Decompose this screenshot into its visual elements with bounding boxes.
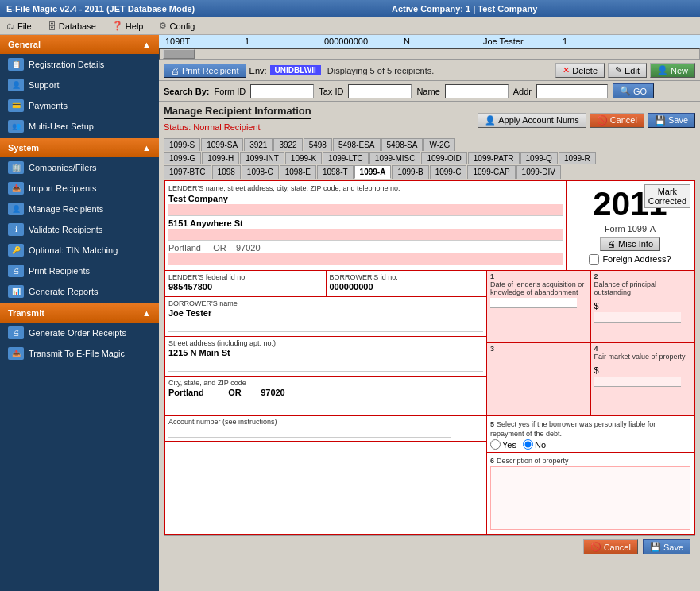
reg-icon: 📋	[8, 58, 24, 71]
tab-3921[interactable]: 3921	[244, 138, 273, 151]
lender-name-input[interactable]	[168, 204, 563, 216]
tab-1098-t[interactable]: 1098-T	[317, 165, 354, 179]
delete-button[interactable]: ✕ Delete	[555, 63, 605, 78]
sidebar-item-reports[interactable]: 📊 Generate Reports	[0, 281, 159, 302]
street-address-input[interactable]	[168, 360, 483, 372]
sidebar-item-import[interactable]: 📥 Import Recipients	[0, 178, 159, 199]
sidebar-item-tin[interactable]: 🔑 Optional: TIN Matching	[0, 240, 159, 261]
sidebar-header-system[interactable]: System ▲	[0, 138, 159, 157]
tab-1099-ltc[interactable]: 1099-LTC	[323, 152, 369, 164]
menu-bar: 🗂 File 🗄 Database ❓ Help ⚙ Config	[0, 17, 700, 35]
addr-input[interactable]	[536, 84, 608, 98]
tab-1099-c[interactable]: 1099-C	[430, 165, 467, 179]
box2-input[interactable]	[594, 312, 681, 323]
tab-1099-r[interactable]: 1099-R	[559, 152, 596, 164]
form-action-buttons: 👤 Apply Account Nums 🚫 Cancel 💾 Save	[478, 113, 695, 128]
sidebar-item-print[interactable]: 🖨 Print Recipients	[0, 261, 159, 281]
misc-info-button[interactable]: 🖨 Misc Info	[600, 237, 660, 251]
tab-1099-sa[interactable]: 1099-SA	[201, 138, 243, 151]
tab-1099-misc[interactable]: 1099-MISC	[369, 152, 421, 164]
menu-help[interactable]: ❓ Help	[109, 19, 147, 33]
sidebar-item-manage[interactable]: 👤 Manage Recipients	[0, 199, 159, 219]
save-bottom-button[interactable]: 💾 Save	[643, 539, 690, 554]
box1-input[interactable]	[490, 298, 577, 308]
sidebar-item-receipts[interactable]: 🖨 Generate Order Receipts	[0, 323, 159, 343]
tab-1097-btc[interactable]: 1097-BTC	[164, 165, 211, 179]
tab-1099-div[interactable]: 1099-DIV	[516, 165, 561, 179]
box-1: 1 Date of lender's acquisition or knowle…	[487, 271, 591, 342]
ids-section: LENDER'S federal id no. 985457800 BORROW…	[165, 271, 487, 415]
box4-input[interactable]	[594, 377, 681, 387]
tab-1098-e[interactable]: 1098-E	[280, 165, 316, 179]
tab-1099-patr[interactable]: 1099-PATR	[468, 152, 520, 164]
box5-no-option[interactable]: No	[523, 439, 546, 450]
top-list: 1098T 1 000000000 N Joe Tester 1	[159, 35, 700, 60]
print-recipient-button[interactable]: 🖨 Print Recipient	[164, 64, 246, 78]
horizontal-scrollbar[interactable]	[159, 48, 700, 60]
sidebar-item-companies[interactable]: 🏢 Companies/Filers	[0, 157, 159, 178]
tab-5498-esa[interactable]: 5498-ESA	[333, 138, 381, 151]
tab-1098[interactable]: 1098	[212, 165, 241, 179]
sidebar-section-transmit: Transmit ▲ 🖨 Generate Order Receipts 📤 T…	[0, 303, 159, 364]
tab-1099-g[interactable]: 1099-G	[164, 152, 201, 164]
scrollbar-thumb[interactable]	[163, 49, 195, 59]
cancel-bottom-button[interactable]: 🚫 Cancel	[583, 539, 638, 554]
mark-corrected-button[interactable]: Mark Corrected	[644, 184, 690, 208]
users-icon: 👥	[8, 120, 24, 133]
sidebar-header-general[interactable]: General ▲	[0, 35, 159, 54]
tab-1099-oid[interactable]: 1099-OID	[421, 152, 466, 164]
cancel-top-button[interactable]: 🚫 Cancel	[590, 113, 644, 128]
search-bar: Search By: Form ID Tax ID Name Addr 🔍 GO	[159, 81, 700, 102]
info-icon: 🖨	[607, 239, 616, 249]
tab-1099-h[interactable]: 1099-H	[202, 152, 239, 164]
tab-5498-sa[interactable]: 5498-SA	[381, 138, 423, 151]
foreign-address-checkbox[interactable]	[589, 254, 599, 265]
import-icon: 📥	[8, 182, 24, 195]
borrower-name-input[interactable]	[168, 320, 483, 332]
tab-5498[interactable]: 5498	[304, 138, 332, 151]
tab-3922[interactable]: 3922	[273, 138, 302, 151]
tab-1099-k[interactable]: 1099-K	[285, 152, 322, 164]
edit-icon: ✎	[615, 65, 622, 75]
status-text: Status: Normal Recipient	[164, 122, 311, 132]
box5-yes-radio[interactable]	[490, 439, 501, 450]
tab-w2g[interactable]: W-2G	[423, 138, 455, 151]
lender-address-input[interactable]	[168, 229, 563, 241]
save-top-button[interactable]: 💾 Save	[648, 113, 695, 128]
tab-1099-cap[interactable]: 1099-CAP	[467, 165, 515, 179]
sidebar-item-payments[interactable]: 💳 Payments	[0, 95, 159, 116]
edit-button[interactable]: ✎ Edit	[608, 63, 647, 78]
sidebar-item-support[interactable]: 👤 Support	[0, 75, 159, 95]
sidebar-item-multiuser[interactable]: 👥 Multi-User Setup	[0, 116, 159, 137]
name-input[interactable]	[445, 84, 509, 98]
box5-no-radio[interactable]	[523, 439, 533, 450]
sidebar-header-transmit[interactable]: Transmit ▲	[0, 303, 159, 323]
sidebar-item-transmit[interactable]: 📤 Transmit To E-File Magic	[0, 343, 159, 364]
formid-input[interactable]	[250, 84, 314, 98]
lender-section: LENDER'S name, street address, city, sta…	[165, 181, 567, 270]
menu-file[interactable]: 🗂 File	[3, 20, 35, 33]
menu-config[interactable]: ⚙ Config	[156, 19, 198, 33]
new-button[interactable]: 👤 New	[650, 63, 695, 78]
display-count: Displaying 5 of 5 recipients.	[327, 66, 435, 75]
tab-1099-b[interactable]: 1099-B	[392, 165, 428, 179]
account-number-input[interactable]	[168, 426, 451, 438]
apply-account-button[interactable]: 👤 Apply Account Nums	[478, 113, 586, 128]
taxid-label: Tax ID	[319, 87, 343, 96]
city-state-zip-input[interactable]	[168, 400, 483, 411]
taxid-input[interactable]	[348, 84, 412, 98]
tab-1099-a[interactable]: 1099-A	[354, 165, 392, 179]
sidebar-item-registration[interactable]: 📋 Registration Details	[0, 54, 159, 75]
tab-1099-int[interactable]: 1099-INT	[240, 152, 284, 164]
support-icon: 👤	[8, 79, 24, 91]
menu-database[interactable]: 🗄 Database	[44, 20, 99, 33]
sidebar-item-validate[interactable]: ℹ Validate Recipients	[0, 219, 159, 240]
tab-1099-s[interactable]: 1099-S	[164, 138, 200, 151]
box6-description-input[interactable]	[490, 466, 690, 530]
go-button[interactable]: 🔍 GO	[613, 83, 654, 98]
tab-1099-q[interactable]: 1099-Q	[520, 152, 558, 164]
box5-yes-option[interactable]: Yes	[490, 439, 516, 450]
account-block: Account number (see instructions)	[165, 416, 486, 442]
lender-city-input[interactable]	[168, 253, 563, 265]
tab-1098-c[interactable]: 1098-C	[242, 165, 279, 179]
